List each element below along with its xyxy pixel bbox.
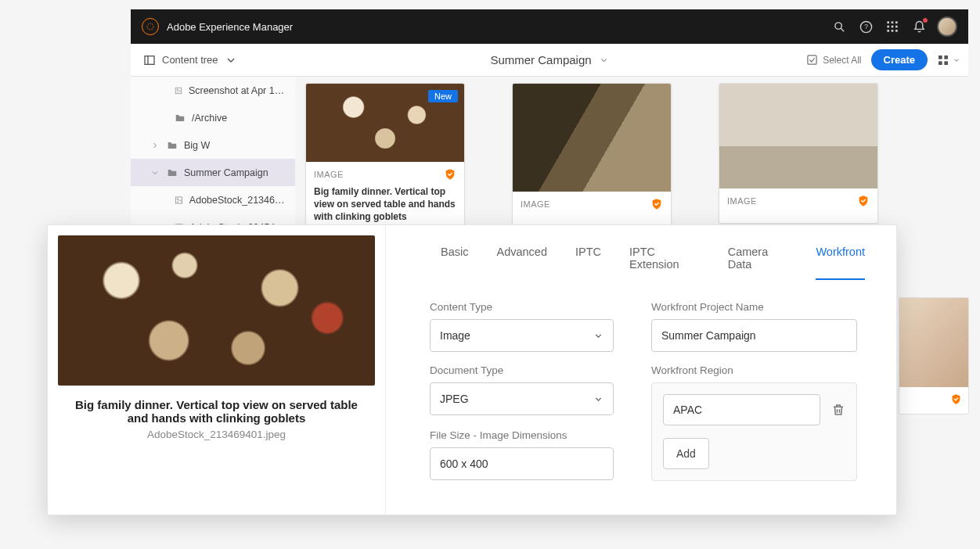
sidebar-item-label: Screenshot at Apr 10 02-23-07.p	[189, 85, 289, 96]
sidebar-item-label: AdobeStock_213469401.jpeg	[189, 195, 289, 206]
asset-card[interactable]: IMAGE	[719, 83, 878, 224]
app-title: Adobe Experience Manager	[167, 21, 293, 33]
field-file-size: File Size - Image Dimensions	[430, 429, 614, 482]
app-logo	[142, 18, 159, 35]
image-file-icon	[175, 195, 183, 206]
asset-card[interactable]: New IMAGE Big family dinner. Vertical to…	[305, 83, 465, 232]
select-all-label: Select All	[823, 55, 861, 66]
content-type-select[interactable]: Image	[430, 319, 614, 352]
delete-icon[interactable]	[831, 403, 845, 417]
sidebar-item-asset-1[interactable]: AdobeStock_213469401.jpeg	[131, 186, 295, 214]
apps-icon[interactable]	[879, 13, 906, 40]
sidebar-item-screenshot[interactable]: Screenshot at Apr 10 02-23-07.p	[131, 77, 295, 104]
svg-rect-5	[887, 21, 889, 23]
svg-rect-9	[892, 26, 894, 28]
sidebar-item-label: Big W	[184, 140, 210, 151]
asset-preview	[58, 235, 375, 386]
asset-type: IMAGE	[521, 199, 550, 209]
chevron-down-icon	[953, 56, 960, 64]
sidebar-item-bigw[interactable]: Big W	[131, 131, 295, 159]
content-tree-toggle[interactable]: Content tree	[139, 49, 242, 71]
tab-camera-data[interactable]: Camera Data	[728, 246, 788, 280]
asset-card[interactable]	[899, 297, 969, 414]
tab-basic[interactable]: Basic	[441, 246, 468, 280]
svg-point-24	[177, 198, 178, 199]
notifications-icon[interactable]	[906, 13, 932, 40]
svg-text:?: ?	[864, 23, 868, 30]
chevron-down-icon	[600, 56, 609, 65]
select-value: JPEG	[440, 393, 469, 405]
asset-type: IMAGE	[727, 196, 757, 206]
preview-filename: AdobeStock_213469401.jpeg	[58, 429, 375, 440]
field-label: Workfront Region	[651, 364, 857, 376]
file-size-input[interactable]	[430, 447, 614, 480]
create-button[interactable]: Create	[871, 49, 928, 70]
chevron-down-icon	[150, 168, 160, 178]
tab-iptc-extension[interactable]: IPTC Extension	[629, 246, 700, 280]
chevron-down-icon	[593, 331, 603, 341]
chevron-down-icon	[593, 394, 603, 404]
field-label: Content Type	[430, 301, 614, 313]
checkbox-icon	[806, 54, 818, 66]
svg-rect-17	[939, 56, 942, 59]
asset-grid: New IMAGE Big family dinner. Vertical to…	[305, 83, 960, 232]
svg-rect-8	[887, 26, 889, 28]
region-input[interactable]	[663, 394, 820, 425]
project-name-input[interactable]	[651, 319, 857, 352]
chevron-down-icon	[225, 54, 237, 66]
sidebar-item-label: Summer Campaign	[184, 167, 268, 178]
folder-icon	[167, 140, 178, 151]
region-multifield: Add	[651, 382, 857, 481]
add-region-button[interactable]: Add	[663, 438, 709, 469]
field-region: Workfront Region Add	[651, 364, 857, 481]
svg-rect-13	[895, 30, 898, 32]
tab-advanced[interactable]: Advanced	[496, 246, 547, 280]
view-switcher[interactable]	[937, 54, 960, 66]
svg-point-22	[177, 88, 178, 90]
tab-workfront[interactable]: Workfront	[816, 246, 865, 280]
select-all[interactable]: Select All	[806, 54, 861, 66]
breadcrumb[interactable]: Summer Campaign	[490, 53, 608, 66]
sidebar-item-label: /Archive	[192, 113, 227, 124]
svg-rect-6	[892, 21, 894, 23]
metadata-panel: Big family dinner. Vertical top view on …	[47, 224, 897, 515]
asset-thumbnail	[899, 298, 968, 387]
folder-icon	[175, 113, 186, 124]
field-label: File Size - Image Dimensions	[430, 429, 614, 441]
svg-rect-23	[175, 196, 182, 203]
svg-rect-11	[887, 30, 889, 32]
field-label: Workfront Project Name	[651, 301, 857, 313]
asset-thumbnail	[719, 84, 877, 188]
content-tree: Screenshot at Apr 10 02-23-07.p /Archive…	[131, 77, 295, 241]
select-value: Image	[440, 329, 470, 342]
asset-thumbnail: New	[306, 84, 464, 162]
search-icon[interactable]	[826, 13, 852, 40]
help-icon[interactable]: ?	[852, 13, 879, 40]
asset-card[interactable]: IMAGE	[512, 83, 672, 227]
svg-rect-7	[895, 21, 898, 23]
workfront-icon	[857, 195, 870, 207]
svg-rect-10	[895, 26, 898, 28]
svg-rect-16	[808, 56, 816, 64]
breadcrumb-label: Summer Campaign	[490, 53, 591, 66]
image-file-icon	[175, 85, 182, 96]
svg-rect-14	[145, 56, 154, 64]
svg-point-0	[147, 23, 153, 30]
workfront-icon	[950, 393, 962, 405]
svg-point-1	[834, 22, 841, 28]
preview-pane: Big family dinner. Vertical top view on …	[48, 225, 386, 515]
sidebar-item-summer-campaign[interactable]: Summer Campaign	[131, 159, 295, 186]
svg-rect-19	[939, 61, 942, 65]
preview-title: Big family dinner. Vertical top view on …	[58, 398, 375, 425]
field-label: Document Type	[430, 364, 614, 376]
workfront-icon	[444, 168, 456, 181]
topbar: Adobe Experience Manager ?	[131, 9, 968, 44]
asset-title: Big family dinner. Vertical top view on …	[314, 185, 456, 224]
user-avatar[interactable]	[937, 16, 957, 37]
new-badge: New	[428, 90, 458, 102]
folder-icon	[167, 167, 178, 178]
field-content-type: Content Type Image	[430, 301, 614, 352]
tab-iptc[interactable]: IPTC	[575, 246, 601, 280]
sidebar-item-archive[interactable]: /Archive	[131, 104, 295, 131]
document-type-select[interactable]: JPEG	[430, 382, 614, 415]
